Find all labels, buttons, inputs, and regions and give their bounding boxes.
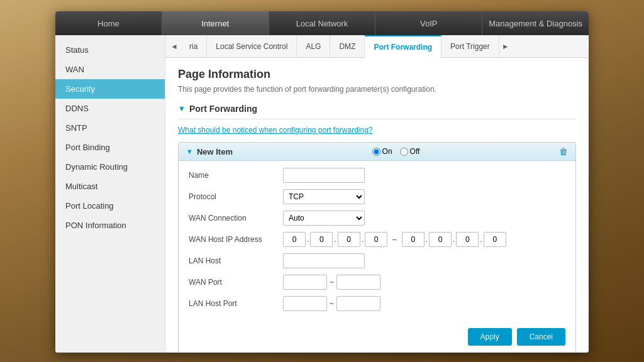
control-wan-port: ~ <box>283 275 565 290</box>
sidebar-item-wan[interactable]: WAN <box>55 60 165 79</box>
nav-voip[interactable]: VoIP <box>375 11 482 35</box>
cancel-button[interactable]: Cancel <box>517 328 565 346</box>
content-panel: ◄ ria Local Service Control ALG DMZ Port… <box>165 35 589 353</box>
control-protocol: TCP UDP TCP/UDP <box>283 189 565 204</box>
wan-port-start[interactable] <box>283 275 327 290</box>
radio-off-input[interactable] <box>400 148 408 156</box>
form-box-header: ▼ New Item On Off <box>179 143 575 161</box>
form-body: Name Protocol TCP UDP <box>179 161 575 323</box>
main-content: Status WAN Security DDNS SNTP Port Bindi… <box>55 35 589 353</box>
control-name <box>283 168 565 183</box>
nav-internet[interactable]: Internet <box>162 11 269 35</box>
tab-arrow-right[interactable]: ► <box>499 35 512 58</box>
nav-local-network[interactable]: Local Network <box>269 11 376 35</box>
form-row-lan-host-port: LAN Host Port ~ <box>189 295 565 312</box>
radio-off-text: Off <box>410 147 420 156</box>
nav-management[interactable]: Management & Diagnosis <box>482 11 589 35</box>
input-lan-host[interactable] <box>283 253 365 268</box>
sidebar-item-port-binding[interactable]: Port Binding <box>55 138 165 157</box>
ip-start-3[interactable] <box>338 232 360 247</box>
tab-ria[interactable]: ria <box>180 35 207 58</box>
sidebar-item-sntp[interactable]: SNTP <box>55 118 165 138</box>
radio-off-label[interactable]: Off <box>400 147 420 156</box>
ip-range-group: . . . – . . <box>283 232 565 247</box>
form-box: ▼ New Item On Off <box>178 142 576 353</box>
label-lan-host: LAN Host <box>189 256 283 265</box>
ip-start-2[interactable] <box>310 232 333 247</box>
lan-port-tilde: ~ <box>330 299 334 308</box>
form-row-protocol: Protocol TCP UDP TCP/UDP <box>189 189 565 205</box>
form-row-wan-connection: WAN Connection Auto Manual <box>189 210 565 226</box>
form-box-title: ▼ New Item <box>186 147 233 156</box>
label-wan-connection: WAN Connection <box>189 214 283 222</box>
tab-bar: ◄ ria Local Service Control ALG DMZ Port… <box>165 35 589 58</box>
ip-end-3[interactable] <box>456 232 479 247</box>
sidebar-item-status[interactable]: Status <box>55 40 165 60</box>
form-row-name: Name <box>189 167 565 184</box>
ip-dot-4: . <box>426 235 428 244</box>
tab-port-trigger[interactable]: Port Trigger <box>441 35 499 58</box>
control-lan-host-port: ~ <box>283 296 565 311</box>
select-wan-connection[interactable]: Auto Manual <box>283 211 365 226</box>
section-header: ▼ Port Forwarding <box>178 104 576 119</box>
lan-port-end[interactable] <box>336 296 380 311</box>
ip-dot-3: . <box>362 235 364 244</box>
radio-group: On Off <box>372 147 420 156</box>
sidebar-item-ddns[interactable]: DDNS <box>55 99 165 118</box>
ip-end-4[interactable] <box>484 232 506 247</box>
tab-arrow-left[interactable]: ◄ <box>168 35 180 58</box>
page-body: Page Information This page provides the … <box>165 58 589 353</box>
delete-icon[interactable]: 🗑 <box>559 146 568 156</box>
radio-on-input[interactable] <box>372 148 380 156</box>
section-arrow-icon: ▼ <box>178 104 186 113</box>
form-row-wan-port: WAN Port ~ <box>189 274 565 290</box>
wan-port-tilde: ~ <box>330 278 334 287</box>
page-title: Page Information <box>178 68 576 81</box>
label-wan-ip: WAN Host IP Address <box>189 235 283 244</box>
sidebar-item-pon-information[interactable]: PON Information <box>55 216 165 235</box>
section-title: Port Forwarding <box>189 104 257 114</box>
tab-local-service-control[interactable]: Local Service Control <box>207 35 297 58</box>
apply-button[interactable]: Apply <box>468 328 512 346</box>
label-name: Name <box>189 171 283 180</box>
control-wan-ip: . . . – . . <box>283 232 565 247</box>
radio-on-label[interactable]: On <box>372 147 392 156</box>
sidebar-item-multicast[interactable]: Multicast <box>55 177 165 196</box>
wan-port-range: ~ <box>283 275 565 290</box>
form-box-arrow-icon: ▼ <box>186 148 193 155</box>
tab-dmz[interactable]: DMZ <box>330 35 365 58</box>
lan-port-start[interactable] <box>283 296 327 311</box>
ip-start-4[interactable] <box>365 232 387 247</box>
sidebar-item-port-locating[interactable]: Port Locating <box>55 196 165 216</box>
lan-port-range: ~ <box>283 296 565 311</box>
ip-range-dash: – <box>392 235 397 244</box>
sidebar-item-security[interactable]: Security <box>55 79 165 99</box>
form-row-lan-host: LAN Host <box>189 253 565 269</box>
ip-dot-6: . <box>480 235 482 244</box>
label-lan-host-port: LAN Host Port <box>189 299 283 308</box>
ip-end-1[interactable] <box>402 232 425 247</box>
sidebar: Status WAN Security DDNS SNTP Port Bindi… <box>55 35 165 353</box>
sidebar-item-dynamic-routing[interactable]: Dynamic Routing <box>55 157 165 177</box>
ip-dot-2: . <box>334 235 336 244</box>
tab-port-forwarding[interactable]: Port Forwarding <box>365 35 441 58</box>
ip-dot-1: . <box>307 235 309 244</box>
label-protocol: Protocol <box>189 192 283 201</box>
top-nav: Home Internet Local Network VoIP Managem… <box>55 11 589 35</box>
form-box-title-text: New Item <box>197 147 233 156</box>
control-wan-connection: Auto Manual <box>283 211 565 226</box>
help-link[interactable]: What should be noticed when configuring … <box>178 126 576 134</box>
input-name[interactable] <box>283 168 365 183</box>
tab-alg[interactable]: ALG <box>297 35 330 58</box>
nav-home[interactable]: Home <box>55 11 162 35</box>
form-row-wan-ip: WAN Host IP Address . . . <box>189 231 565 248</box>
ip-start-1[interactable] <box>283 232 306 247</box>
radio-on-text: On <box>382 147 392 156</box>
page-description: This page provides the function of port … <box>178 85 576 94</box>
wan-port-end[interactable] <box>336 275 380 290</box>
ip-end-2[interactable] <box>429 232 452 247</box>
main-window: Home Internet Local Network VoIP Managem… <box>55 11 589 353</box>
select-protocol[interactable]: TCP UDP TCP/UDP <box>283 189 365 204</box>
button-row: Apply Cancel <box>179 323 575 353</box>
label-wan-port: WAN Port <box>189 278 283 287</box>
